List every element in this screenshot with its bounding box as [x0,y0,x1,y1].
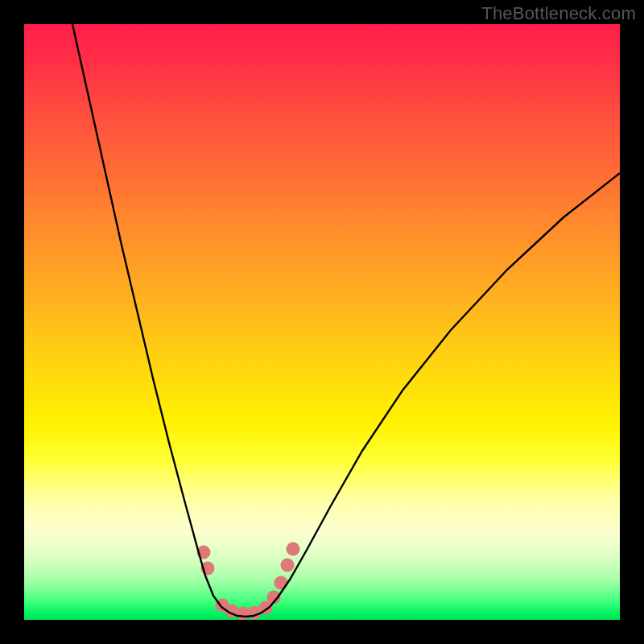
marker-dot [287,543,300,556]
watermark-text: TheBottleneck.com [481,3,636,24]
highlight-markers [197,543,300,621]
chart-frame: TheBottleneck.com [0,0,644,644]
curve-layer [24,24,620,620]
marker-dot [281,559,295,572]
curve-left-branch [72,24,221,607]
marker-dot [275,576,288,590]
plot-area [24,24,620,620]
curve-right-branch [270,173,620,607]
